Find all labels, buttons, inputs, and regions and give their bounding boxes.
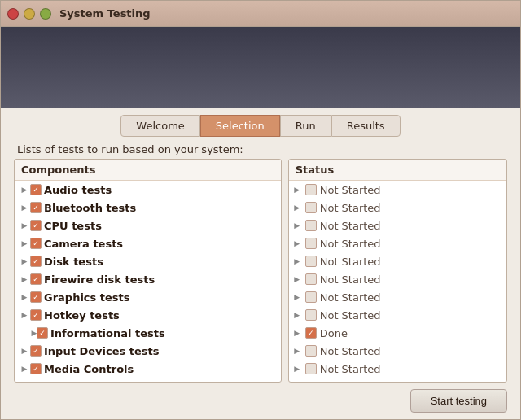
status-checkbox [305,202,317,213]
test-checkbox[interactable] [30,238,42,249]
test-checkbox[interactable] [30,273,42,285]
status-arrow: ▶ [292,185,302,195]
status-label: Not Started [320,238,381,250]
test-checkbox[interactable] [30,345,42,357]
close-button[interactable] [7,8,19,20]
status-arrow: ▶ [292,310,302,320]
header-image [1,27,520,108]
list-item[interactable]: ▶ Informational tests [15,324,281,342]
test-checkbox[interactable] [30,202,42,213]
status-header: Status [289,160,506,181]
bottom-bar: Start testing [1,383,520,419]
tab-selection[interactable]: Selection [200,115,280,137]
status-checkbox [305,309,317,321]
list-item: ▶ Not Started [289,270,506,288]
test-checkbox[interactable] [30,220,42,231]
status-arrow: ▶ [292,203,302,212]
minimize-button[interactable] [24,8,35,20]
status-label: Done [320,327,348,339]
test-checkbox[interactable] [30,291,42,303]
status-checkbox [305,291,317,303]
status-label: Not Started [320,202,381,214]
tab-welcome[interactable]: Welcome [120,115,199,137]
status-checkbox [305,327,317,339]
test-label: Camera tests [44,238,123,250]
list-item[interactable]: ▶ Audio tests [15,181,281,199]
tab-run[interactable]: Run [280,115,331,137]
components-list[interactable]: ▶ Audio tests ▶ Bluetooth tests ▶ CPU te… [15,181,281,382]
test-label: Input Devices tests [44,345,159,357]
status-checkbox [305,184,317,195]
list-item[interactable]: ▶ Graphics tests [15,288,281,306]
test-label: Hotkey tests [44,309,120,322]
status-label: Not Started [320,309,381,322]
test-label: Disk tests [44,256,103,268]
list-item: ▶ Not Started [289,199,506,217]
tab-results[interactable]: Results [331,115,401,137]
list-item: ▶ Not Started [289,342,506,360]
components-panel: Components ▶ Audio tests ▶ Bluetooth tes… [14,159,282,383]
main-content: Components ▶ Audio tests ▶ Bluetooth tes… [1,159,520,383]
subtitle: Lists of tests to run based on your syst… [1,137,520,159]
test-checkbox[interactable] [37,327,48,339]
status-checkbox [305,273,317,285]
components-header: Components [15,160,281,181]
status-checkbox [305,363,317,374]
expand-arrow: ▶ [18,310,28,320]
status-checkbox [305,256,317,267]
status-checkbox [305,220,317,231]
main-window: System Testing Welcome Selection Run Res… [0,0,521,420]
expand-arrow: ▶ [18,346,28,356]
list-item[interactable]: ▶ Media Controls [15,360,281,378]
test-label: Graphics tests [44,291,130,304]
status-arrow: ▶ [292,221,302,230]
list-item[interactable]: ▶ Bluetooth tests [15,199,281,217]
list-item: ▶ Not Started [289,306,506,324]
status-label: Not Started [320,273,381,286]
status-label: Not Started [320,363,381,375]
status-label: Not Started [320,184,381,196]
test-checkbox[interactable] [30,184,42,195]
list-item[interactable]: ▶ CPU tests [15,217,281,234]
list-item[interactable]: ▶ Camera tests [15,234,281,252]
list-item[interactable]: ▶ Disk tests [15,252,281,270]
list-item: ▶ Not Started [289,217,506,234]
status-label: Not Started [320,291,381,304]
expand-arrow: ▶ [18,221,28,230]
status-arrow: ▶ [292,364,302,374]
maximize-button[interactable] [40,8,51,20]
status-arrow: ▶ [292,256,302,266]
list-item[interactable]: ▶ Hotkey tests [15,306,281,324]
status-label: Not Started [320,345,381,357]
status-arrow: ▶ [292,238,302,248]
list-item: ▶ Not Started [289,181,506,199]
list-item: ▶ Not Started [289,252,506,270]
test-label: CPU tests [44,220,102,232]
expand-arrow: ▶ [18,238,28,248]
status-checkbox [305,238,317,249]
status-list: ▶ Not Started ▶ Not Started ▶ Not Starte… [289,181,506,382]
start-testing-button[interactable]: Start testing [410,389,507,413]
list-item: ▶ Not Started [289,234,506,252]
test-label: Bluetooth tests [44,202,136,214]
list-item[interactable]: ▶ Input Devices tests [15,342,281,360]
tabs-row: Welcome Selection Run Results [1,108,520,137]
test-checkbox[interactable] [30,256,42,267]
status-panel: Status ▶ Not Started ▶ Not Started ▶ Not… [288,159,507,383]
status-arrow: ▶ [292,346,302,356]
titlebar: System Testing [1,1,520,27]
expand-arrow: ▶ [18,364,28,374]
status-label: Not Started [320,256,381,268]
list-item: ▶ Not Started [289,360,506,378]
list-item: ▶ Done [289,324,506,342]
test-checkbox[interactable] [30,309,42,321]
test-checkbox[interactable] [30,363,42,374]
status-arrow: ▶ [292,274,302,284]
expand-arrow: ▶ [18,292,28,302]
test-label: Media Controls [44,363,134,375]
expand-arrow: ▶ [18,203,28,212]
status-label: Not Started [320,220,381,232]
status-arrow: ▶ [292,328,302,338]
list-item[interactable]: ▶ Firewire disk tests [15,270,281,288]
expand-arrow: ▶ [18,328,34,338]
